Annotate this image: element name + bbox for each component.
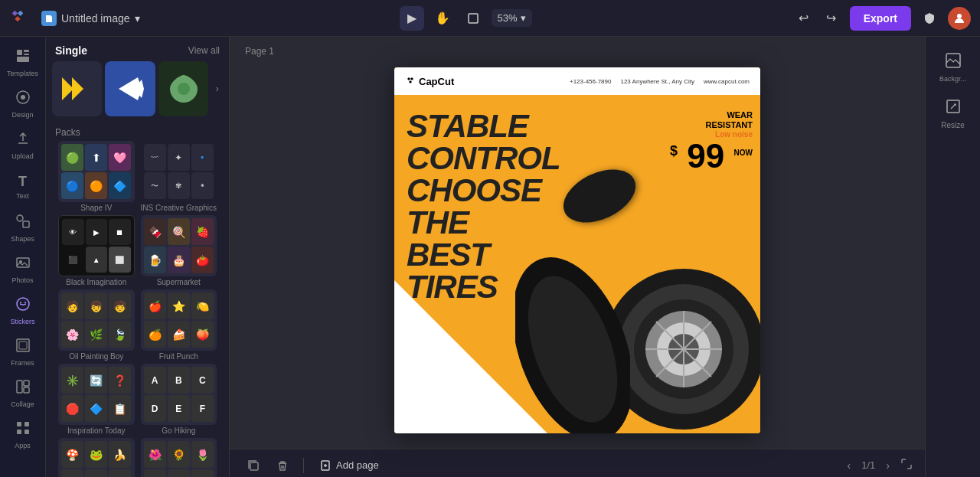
sticker-item[interactable]: [52, 61, 102, 116]
pack-row-3: 🧑 👦 🧒 🌸 🌿 🍃 Oil Painting Boy 🍎 ⭐: [52, 289, 223, 361]
export-button[interactable]: Export: [850, 6, 911, 31]
sidebar-item-design-label: Design: [11, 111, 33, 119]
prev-page-btn[interactable]: ‹: [843, 458, 856, 473]
view-all-link[interactable]: View all: [188, 45, 220, 56]
pack-supermarket[interactable]: 🍫 🍭 🍓 🍺 🎂 🍅 Supermarket: [141, 215, 217, 286]
shapes-icon: [15, 214, 31, 233]
tire-ad-logo: CapCut: [405, 76, 454, 87]
sidebar-item-upload[interactable]: Upload: [2, 126, 44, 165]
sidebar-item-frames-label: Frames: [11, 359, 34, 367]
sidebar-item-design[interactable]: Design: [2, 84, 44, 124]
bottom-right: ‹ 1/1 ›: [843, 458, 913, 473]
upload-icon: [15, 131, 31, 150]
zoom-dropdown-icon: ▾: [521, 12, 526, 24]
pack-go-hiking-name: Go Hiking: [141, 426, 217, 435]
sticker-item[interactable]: [158, 61, 208, 116]
pack-inspiration[interactable]: ✳️ 🔄 ❓ 🛑 🔷 📋 Inspiration Today: [58, 364, 135, 435]
pack-fruit-punch[interactable]: 🍎 ⭐ 🍋 🍊 🍰 🍑 Fruit Punch: [141, 289, 217, 361]
pack-shape-iv-name: Shape IV: [58, 204, 135, 212]
svg-marker-24: [62, 77, 74, 100]
frame-tool-btn[interactable]: [461, 6, 485, 31]
add-page-btn[interactable]: Add page: [313, 456, 385, 475]
sidebar-item-photos[interactable]: Photos: [2, 250, 44, 289]
app-logo: [9, 8, 26, 28]
svg-rect-3: [24, 50, 29, 52]
zoom-value: 53%: [498, 12, 518, 24]
pack-fruit-punch-name: Fruit Punch: [141, 352, 217, 361]
main-layout: Templates Design Upload T Text Shapes: [0, 37, 980, 477]
pack-inspiration-name: Inspiration Today: [58, 426, 135, 435]
delete-page-btn[interactable]: [271, 454, 294, 477]
sticker-item[interactable]: [105, 61, 155, 116]
svg-rect-21: [24, 422, 29, 426]
svg-rect-17: [17, 381, 22, 393]
tire-ad: CapCut +123-456-7890 123 Anywhere St., A…: [394, 67, 760, 433]
svg-rect-0: [469, 14, 478, 23]
copy-page-btn[interactable]: [242, 454, 265, 477]
background-icon: [945, 52, 962, 73]
pack-extra-2[interactable]: 🌺 🌻 🌷 🌸 🌼 🌹: [141, 438, 217, 477]
select-tool-btn[interactable]: ▶: [400, 6, 424, 31]
panel-header: Single View all: [46, 37, 229, 61]
svg-point-8: [17, 215, 23, 221]
resize-icon: [945, 98, 962, 119]
sidebar-item-photos-label: Photos: [11, 276, 33, 284]
background-panel-item[interactable]: Backgr...: [929, 46, 978, 89]
scroll-right-btn[interactable]: ›: [211, 61, 223, 116]
pack-shape-iv[interactable]: 🟢 ⬆ 🩷 🔵 🟠 🔷 Shape IV: [58, 141, 135, 212]
expand-btn[interactable]: [900, 458, 913, 472]
pack-black-imagination[interactable]: 👁 ▶ ⏹ ⬛ ▲ ⬜ Black Imagination: [58, 215, 135, 286]
file-info[interactable]: Untitled image ▾: [41, 11, 140, 26]
resize-label: Resize: [941, 121, 965, 129]
packs-section: Packs 🟢 ⬆ 🩷 🔵 🟠 🔷 Shape IV: [46, 123, 229, 477]
tire-ad-features: WEAR RESISTANT Low noise $ 99 NOW: [670, 110, 753, 173]
sidebar-item-text[interactable]: T Text: [2, 167, 44, 207]
shield-btn[interactable]: [917, 6, 942, 31]
topbar-right: ↩ ↪ Export: [792, 6, 971, 31]
left-panel: Single View all › Packs: [46, 37, 230, 477]
svg-rect-23: [24, 430, 29, 434]
topbar-tools: ▶ ✋ 53% ▾: [149, 6, 782, 31]
zoom-control[interactable]: 53% ▾: [492, 9, 532, 27]
pack-oil-painting-name: Oil Painting Boy: [58, 352, 135, 361]
svg-marker-25: [72, 77, 83, 100]
sidebar-item-collage[interactable]: Collage: [2, 374, 44, 413]
bottom-toolbar: Add page ‹ 1/1 ›: [230, 449, 925, 477]
undo-redo-group: ↩ ↪: [792, 6, 844, 31]
undo-btn[interactable]: ↩: [792, 6, 816, 31]
sidebar-item-shapes[interactable]: Shapes: [2, 208, 44, 248]
collage-icon: [15, 379, 31, 398]
pack-row-2: 👁 ▶ ⏹ ⬛ ▲ ⬜ Black Imagination 🍫 🍭: [52, 215, 223, 286]
avatar[interactable]: [948, 7, 971, 30]
svg-rect-22: [17, 430, 21, 434]
redo-btn[interactable]: ↪: [819, 6, 844, 31]
hand-tool-btn[interactable]: ✋: [430, 6, 455, 31]
pack-extra-1[interactable]: 🍄 🐸 🍌 🌵 🍇 🐢: [58, 438, 135, 477]
tire-ad-price: $ 99 NOW: [670, 139, 753, 173]
pack-supermarket-name: Supermarket: [141, 278, 217, 286]
svg-rect-9: [23, 221, 29, 227]
next-page-btn[interactable]: ›: [881, 458, 894, 473]
pack-go-hiking[interactable]: A B C D E F Go Hiking: [141, 364, 217, 435]
sidebar-item-stickers-label: Stickers: [10, 318, 34, 325]
sidebar-item-apps-label: Apps: [15, 442, 31, 449]
tire-ad-headline: STABLE CONTROL CHOOSE THE BEST TIRES: [407, 110, 560, 303]
sidebar-item-frames[interactable]: Frames: [2, 332, 44, 372]
right-panel: Backgr... Resize: [925, 37, 980, 477]
page-label: Page 1: [245, 46, 274, 57]
sidebar-item-templates[interactable]: Templates: [2, 43, 44, 83]
resize-panel-item[interactable]: Resize: [929, 92, 978, 136]
canvas-workspace[interactable]: CapCut +123-456-7890 123 Anywhere St., A…: [230, 37, 925, 449]
svg-point-1: [957, 14, 962, 18]
sidebar-item-stickers[interactable]: Stickers: [2, 291, 44, 331]
file-dropdown-icon[interactable]: ▾: [135, 12, 140, 25]
canvas-card[interactable]: CapCut +123-456-7890 123 Anywhere St., A…: [394, 67, 760, 433]
sidebar-item-apps[interactable]: Apps: [2, 415, 44, 455]
file-icon: [41, 11, 57, 26]
pack-ins[interactable]: 〰 ✦ 🔹 〜 ✾ ⁕ INS Creative Graphics: [141, 141, 217, 212]
svg-point-13: [20, 302, 21, 303]
pack-oil-painting[interactable]: 🧑 👦 🧒 🌸 🌿 🍃 Oil Painting Boy: [58, 289, 135, 361]
topbar: Untitled image ▾ ▶ ✋ 53% ▾ ↩ ↪ Export: [0, 0, 980, 37]
page-indicator: 1/1: [861, 459, 875, 471]
panel-title: Single: [55, 44, 87, 57]
